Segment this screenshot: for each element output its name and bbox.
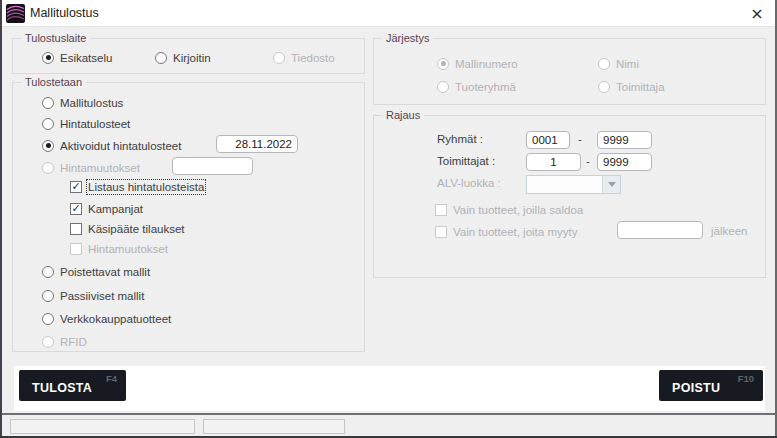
dropdown-button[interactable] — [602, 176, 620, 193]
radio-tuoteryhma: Tuoteryhmä — [437, 79, 516, 94]
hintamuutokset-date-field[interactable] — [172, 157, 253, 175]
radio-label: Mallinumero — [455, 58, 518, 70]
tulosta-button[interactable]: TULOSTA F4 — [19, 370, 126, 401]
ryhmat-label: Ryhmät : — [437, 133, 483, 145]
radio-label: Verkkokauppatuotteet — [60, 313, 171, 325]
radio-icon — [155, 52, 167, 64]
checkbox-kampanjat[interactable]: ✓ Kampanjat — [70, 201, 143, 216]
range-dash: - — [586, 155, 590, 167]
radio-hintamuutokset: Hintamuutokset — [42, 160, 140, 175]
statusbar-panel-2 — [203, 419, 345, 434]
checkbox-icon — [70, 243, 82, 255]
poistu-button-label: POISTU — [672, 381, 720, 395]
radio-label: Mallitulostus — [60, 97, 123, 109]
toimittajat-from-field[interactable] — [526, 153, 581, 171]
ryhmat-to-field[interactable] — [597, 131, 652, 149]
radio-icon — [42, 336, 54, 348]
myyty-date-field[interactable] — [617, 221, 703, 239]
radio-label: Hintamuutokset — [60, 162, 140, 174]
radio-icon — [437, 58, 449, 70]
radio-icon — [42, 97, 54, 109]
checkbox-icon — [435, 226, 447, 238]
radio-icon — [42, 162, 54, 174]
checkbox-label: Vain tuotteet, joita myyty — [453, 226, 577, 238]
statusbar-separator — [0, 413, 777, 415]
checkbox-kasipaate-tilaukset[interactable]: Käsipääte tilaukset — [70, 221, 185, 236]
radio-mallinumero: Mallinumero — [437, 56, 518, 71]
alv-luokka-dropdown[interactable] — [526, 175, 621, 194]
radio-label: Aktivoidut hintatulosteet — [60, 140, 181, 152]
tulosta-fkey-label: F4 — [106, 373, 117, 384]
radio-tiedosto: Tiedosto — [273, 50, 335, 65]
checkbox-icon — [435, 204, 447, 216]
checkbox-icon: ✓ — [70, 203, 82, 215]
checkbox-label: Kampanjat — [88, 203, 143, 215]
radio-poistettavat-mallit[interactable]: Poistettavat mallit — [42, 264, 150, 279]
radio-aktivoidut-hintatulosteet[interactable]: Aktivoidut hintatulosteet — [42, 138, 181, 153]
checkbox-icon: ✓ — [70, 181, 82, 193]
radio-label: Kirjoitin — [173, 52, 211, 64]
radio-mallitulostus[interactable]: Mallitulostus — [42, 95, 123, 110]
title-bar: Mallitulostus × — [0, 0, 777, 27]
radio-toimittaja: Toimittaja — [598, 79, 665, 94]
radio-nimi: Nimi — [598, 56, 639, 71]
radio-rfid: RFID — [42, 334, 87, 349]
radio-icon — [42, 140, 54, 152]
checkbox-vain-myyty: Vain tuotteet, joita myyty — [435, 224, 577, 239]
checkbox-vain-saldoa: Vain tuotteet, joilla saldoa — [435, 202, 583, 217]
radio-label: Hintatulosteet — [60, 118, 130, 130]
checkbox-icon — [70, 223, 82, 235]
radio-label: Tiedosto — [291, 52, 335, 64]
poistu-button[interactable]: POISTU F10 — [659, 370, 763, 401]
app-brand-icon — [6, 4, 25, 23]
window-left-edge — [0, 0, 2, 438]
group-tulostetaan-legend: Tulostetaan — [21, 75, 86, 89]
radio-label: Toimittaja — [616, 81, 665, 93]
radio-label: Poistettavat mallit — [60, 266, 150, 278]
toimittajat-label: Toimittajat : — [437, 155, 495, 167]
poistu-fkey-label: F10 — [738, 373, 754, 384]
radio-icon — [273, 52, 285, 64]
range-dash: - — [578, 133, 582, 145]
radio-label: Tuoteryhmä — [455, 81, 516, 93]
checkbox-label: Hintamuutokset — [88, 243, 168, 255]
radio-icon — [598, 81, 610, 93]
close-icon[interactable]: × — [745, 3, 769, 24]
group-jarjestys: Järjestys — [373, 38, 766, 105]
tulosta-button-label: TULOSTA — [32, 381, 92, 395]
radio-icon — [42, 290, 54, 302]
button-strip — [14, 366, 765, 411]
toimittajat-to-field[interactable] — [597, 153, 652, 171]
radio-icon — [598, 58, 610, 70]
group-tulostuslaite-legend: Tulostuslaite — [21, 31, 90, 45]
checkbox-label: Vain tuotteet, joilla saldoa — [453, 204, 583, 216]
radio-label: RFID — [60, 336, 87, 348]
radio-esikatselu[interactable]: Esikatselu — [42, 50, 112, 65]
statusbar-panel-1 — [10, 419, 195, 434]
checkbox-listaus-hintatulosteista[interactable]: ✓ Listaus hintatulosteista — [70, 179, 204, 194]
radio-hintatulosteet[interactable]: Hintatulosteet — [42, 116, 130, 131]
radio-kirjoitin[interactable]: Kirjoitin — [155, 50, 211, 65]
alv-luokka-label: ALV-luokka : — [437, 177, 501, 189]
radio-label: Passiiviset mallit — [60, 290, 144, 302]
activation-date-field[interactable] — [216, 135, 298, 153]
group-rajaus-legend: Rajaus — [382, 108, 424, 122]
checkbox-hintamuutokset: Hintamuutokset — [70, 241, 168, 256]
radio-icon — [42, 266, 54, 278]
radio-passiiviset-mallit[interactable]: Passiiviset mallit — [42, 288, 144, 303]
radio-icon — [42, 118, 54, 130]
radio-icon — [42, 313, 54, 325]
ryhmat-from-field[interactable] — [526, 131, 570, 149]
radio-icon — [42, 52, 54, 64]
mallitulostus-dialog: Mallitulostus × Tulostuslaite Esikatselu… — [0, 0, 777, 438]
radio-icon — [437, 81, 449, 93]
radio-verkkokauppatuotteet[interactable]: Verkkokauppatuotteet — [42, 311, 171, 326]
checkbox-label: Käsipääte tilaukset — [88, 223, 185, 235]
window-title: Mallitulostus — [30, 6, 99, 20]
jalkeen-label: jälkeen — [711, 225, 747, 237]
radio-label: Nimi — [616, 58, 639, 70]
radio-label: Esikatselu — [60, 52, 112, 64]
group-jarjestys-legend: Järjestys — [382, 31, 433, 45]
checkbox-label: Listaus hintatulosteista — [88, 181, 204, 193]
chevron-down-icon — [608, 182, 616, 187]
